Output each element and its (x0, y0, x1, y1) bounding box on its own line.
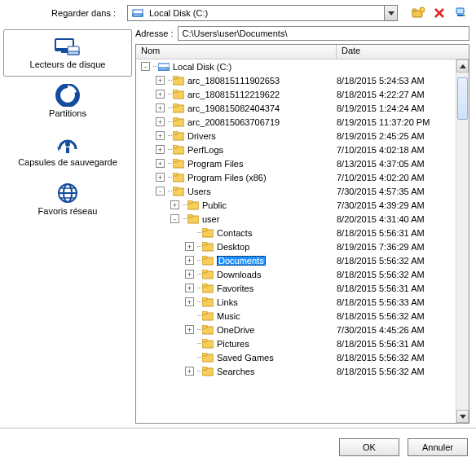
expand-icon[interactable]: + (185, 242, 194, 251)
expand-icon[interactable]: + (156, 103, 165, 112)
expand-icon[interactable]: + (156, 90, 165, 99)
expand-icon[interactable]: + (156, 159, 165, 168)
svg-rect-46 (187, 214, 192, 218)
folder-icon (202, 367, 214, 376)
tree-row[interactable]: Saved Games8/18/2015 5:56:32 AM (136, 350, 456, 364)
sidebar-item-network-favorites[interactable]: Favoris réseau (3, 176, 132, 223)
tree-row[interactable]: Music8/18/2015 5:56:32 AM (136, 309, 456, 323)
folder-icon (173, 117, 184, 127)
column-header-date[interactable]: Date (337, 45, 469, 59)
svg-rect-26 (173, 76, 178, 79)
column-header-name[interactable]: Nom (136, 45, 337, 59)
tree-row-date: 8/20/2015 4:31:40 AM (337, 214, 456, 224)
tree-row-date: 8/19/2015 7:36:29 AM (337, 242, 456, 252)
collapse-icon[interactable]: - (170, 214, 179, 223)
folder-icon (187, 200, 199, 210)
tree-row[interactable]: Pictures8/18/2015 5:56:31 AM (136, 336, 456, 350)
sidebar-item-backup-capsules[interactable]: Capsules de sauvegarde (3, 127, 132, 174)
look-in-label: Regarder dans : (8, 8, 122, 18)
expand-icon[interactable]: + (185, 256, 194, 265)
tree-row[interactable]: +arc_1808151119026538/18/2015 5:24:53 AM (136, 73, 456, 87)
refresh-icon[interactable] (453, 6, 468, 20)
network-favorites-icon (55, 182, 81, 204)
tree-row[interactable]: -Local Disk (C:) (136, 59, 456, 73)
sidebar-item-disk-drives[interactable]: Lecteurs de disque (3, 29, 132, 77)
chevron-down-icon[interactable] (384, 6, 397, 20)
tree-row-date: 7/10/2015 4:02:18 AM (337, 145, 456, 155)
folder-icon (202, 311, 214, 321)
tree-row[interactable]: +Links8/18/2015 5:56:33 AM (136, 295, 456, 309)
tree-row-date: 7/10/2015 4:02:20 AM (337, 173, 456, 182)
expand-icon[interactable]: + (185, 284, 194, 292)
expand-icon[interactable]: + (185, 270, 194, 279)
cancel-button[interactable]: Annuler (408, 438, 468, 456)
expand-icon[interactable]: + (156, 76, 165, 85)
svg-rect-58 (202, 297, 207, 301)
tree-row-label: Searches (217, 367, 254, 376)
scrollbar-up-icon[interactable] (456, 59, 469, 73)
expand-icon[interactable]: + (185, 297, 194, 306)
folder-icon (202, 256, 214, 266)
folder-icon (202, 284, 214, 293)
tree-row[interactable]: +Downloads8/18/2015 5:56:32 AM (136, 267, 456, 281)
tree-row[interactable]: +Program Files8/13/2015 4:37:05 AM (136, 156, 456, 170)
tree-row[interactable]: +arc_2008150637067198/19/2015 11:37:20 P… (136, 115, 456, 129)
folder-icon (173, 173, 184, 182)
expand-icon[interactable]: + (156, 173, 165, 182)
vertical-scrollbar[interactable] (456, 59, 469, 423)
address-label: Adresse : (135, 29, 173, 38)
svg-rect-16 (66, 147, 69, 153)
tree-row-label: OneDrive (217, 325, 254, 335)
expander-placeholder (185, 228, 194, 237)
ok-button[interactable]: OK (339, 438, 399, 456)
tree-row-label: Drivers (187, 131, 216, 141)
tree-row[interactable]: +Searches8/18/2015 5:56:32 AM (136, 364, 456, 378)
expand-icon[interactable]: + (156, 131, 165, 140)
expand-icon[interactable]: + (156, 117, 165, 126)
tree-row-label: Pictures (217, 339, 249, 349)
collapse-icon[interactable]: - (141, 62, 150, 71)
backup-capsules-icon (55, 133, 81, 156)
delete-icon[interactable] (432, 6, 447, 20)
collapse-icon[interactable]: - (156, 187, 165, 196)
tree-row[interactable]: +Public7/30/2015 4:39:29 AM (136, 198, 456, 212)
dialog-footer: OK Annuler (0, 428, 476, 466)
svg-rect-62 (202, 325, 207, 328)
folder-icon (202, 242, 214, 252)
svg-rect-34 (173, 131, 178, 134)
tree-row[interactable]: +Documents8/18/2015 5:56:32 AM (136, 253, 456, 267)
look-in-value: Local Disk (C:) (148, 8, 384, 18)
address-input[interactable] (178, 26, 469, 41)
tree-row-label: Public (202, 200, 227, 210)
tree-row[interactable]: +Program Files (x86)7/10/2015 4:02:20 AM (136, 170, 456, 184)
scrollbar-thumb[interactable] (457, 77, 468, 120)
sidebar-item-partitions[interactable]: Partitions (3, 78, 132, 125)
tree-row[interactable]: +OneDrive7/30/2015 4:45:26 AM (136, 323, 456, 336)
folder-icon (202, 353, 214, 363)
tree-row[interactable]: +Desktop8/19/2015 7:36:29 AM (136, 240, 456, 253)
svg-rect-5 (412, 9, 416, 11)
look-in-combo[interactable]: Local Disk (C:) (127, 5, 398, 21)
expand-icon[interactable]: + (170, 200, 179, 209)
tree-row-label: PerfLogs (187, 145, 223, 155)
expand-icon[interactable]: + (185, 325, 194, 334)
expander-placeholder (185, 353, 194, 362)
disk-icon (131, 7, 144, 20)
tree-row[interactable]: -user8/20/2015 4:31:40 AM (136, 212, 456, 226)
tree-row[interactable]: -Users7/30/2015 4:57:35 AM (136, 184, 456, 198)
tree-row[interactable]: +Favorites8/18/2015 5:56:31 AM (136, 281, 456, 295)
new-folder-icon[interactable] (411, 6, 425, 20)
tree-row[interactable]: +arc_1908150824043748/19/2015 1:24:24 AM (136, 101, 456, 115)
tree-row[interactable]: +arc_1808151122196228/18/2015 4:22:27 AM (136, 87, 456, 101)
tree-row-label: Program Files (187, 159, 243, 169)
tree-row[interactable]: Contacts8/18/2015 5:56:31 AM (136, 226, 456, 240)
folder-icon (202, 325, 214, 335)
tree-row-date: 8/18/2015 5:56:31 AM (337, 284, 456, 293)
tree-row[interactable]: +Drivers8/19/2015 2:45:25 AM (136, 129, 456, 143)
scrollbar-down-icon[interactable] (456, 410, 469, 423)
expand-icon[interactable]: + (185, 367, 194, 376)
folder-icon (202, 339, 214, 349)
tree-row[interactable]: +PerfLogs7/10/2015 4:02:18 AM (136, 143, 456, 156)
folder-icon (173, 131, 184, 141)
expand-icon[interactable]: + (156, 145, 165, 154)
